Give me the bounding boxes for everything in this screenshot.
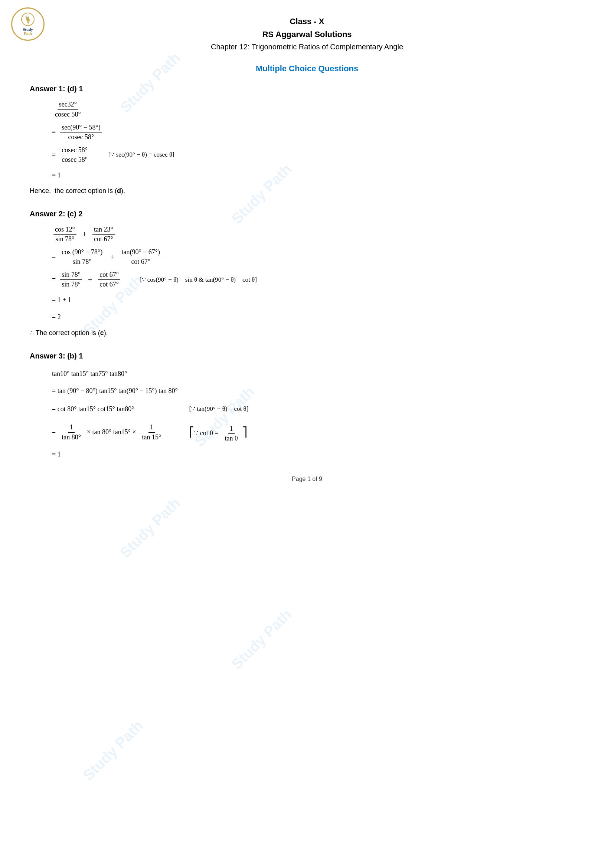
logo-path-text: Path [24,31,32,36]
step-2-3-note: [∵ cos(90° − θ) = sin θ & tan(90° − θ) =… [140,273,257,288]
step-3-2: = tan (90° − 80°) tan15° tan(90° − 15°) … [52,384,584,397]
frac-cot67-cot67: cot 67° cot 67° [98,270,120,289]
answer-3-block: Answer 3: (b) 1 tan10° tan15° tan75° tan… [30,352,584,461]
footer-text: Page 1 of 9 [292,476,322,482]
step-3-3: = cot 80° tan15° cot15° tan80° [∵ tan(90… [52,401,584,417]
frac-tan23-cot67: tan 23° cot 67° [92,225,115,244]
answer-1-math: sec32° cosec 58° = sec(90° − 58°) cosec … [52,100,584,181]
answer-2-heading: Answer 2: (c) 2 [30,210,584,218]
logo-icon [21,12,34,26]
frac-cos90-78-sin78: cos (90° − 78°) sin 78° [60,248,104,267]
answer-2-conclusion: ∴ The correct option is (c). [30,329,584,337]
step-3-4-note-open: ⎡∵ cot θ = 1 tan θ ⎤ [189,421,247,444]
step-2-2: = cos (90° − 78°) sin 78° + tan(90° − 67… [52,248,584,267]
answer-1-conclusion: Hence, the correct option is (d). [30,187,584,195]
section-title: Multiple Choice Questions [30,64,584,73]
page-header: Class - X RS Aggarwal Solutions Chapter … [30,15,584,53]
step-3-4: = 1 tan 80° × tan 80° tan15° × 1 tan 15°… [52,421,584,444]
step-2-5: = 2 [52,310,584,324]
answer-3-math: tan10° tan15° tan75° tan80° = tan (90° −… [52,367,584,461]
step-3-5: = 1 [52,448,584,461]
frac-1-tan15: 1 tan 15° [141,423,163,442]
frac-1-tantheta-note: 1 tan θ [223,424,239,443]
step-1-4: = 1 [52,169,584,182]
step-1-1: sec32° cosec 58° [52,100,584,119]
answer-1-block: Answer 1: (d) 1 sec32° cosec 58° = sec(9… [30,85,584,194]
answer-3-option: : (b) 1 [63,352,83,360]
fraction-sec90-58-cosec58: sec(90° − 58°) cosec 58° [60,123,102,142]
frac-tan90-67-cot67: tan(90° − 67°) cot 67° [120,248,161,267]
step-3-3-note: [∵ tan(90° − θ) = cot θ] [189,401,248,417]
fraction-sec32-cosec58: sec32° cosec 58° [53,100,82,119]
step-2-1: cos 12° sin 78° + tan 23° cot 67° [52,225,584,244]
answer-2-option: : (c) 2 [63,210,82,218]
step-1-3: = cosec 58° cosec 58° [∵ sec(90° − θ) = … [52,146,584,164]
page: Study Path Study Path Study Path Study P… [0,0,614,868]
page-footer: Page 1 of 9 [30,476,584,482]
frac-sin78-sin78: sin 78° sin 78° [60,270,82,289]
watermark-5: Study Path [117,494,184,561]
answer-1-heading: Answer 1: (d) 1 [30,85,584,93]
step-2-4: = 1 + 1 [52,293,584,307]
fraction-cosec58-cosec58: cosec 58° cosec 58° [60,146,89,164]
header-book: RS Aggarwal Solutions [30,28,584,41]
frac-1-tan80: 1 tan 80° [60,423,82,442]
step-2-3: = sin 78° sin 78° + cot 67° cot 67° [∵ c… [52,270,584,289]
svg-marker-2 [27,21,30,24]
answer-1-option: : (d) 1 [63,85,83,93]
step-1-3-note: [∵ sec(90° − θ) = cosec θ] [109,147,174,163]
header-class: Class - X [30,15,584,28]
step-1-2: = sec(90° − 58°) cosec 58° [52,123,584,142]
answer-2-block: Answer 2: (c) 2 cos 12° sin 78° + tan 23… [30,210,584,337]
watermark-6: Study Path [228,606,295,673]
header-chapter: Chapter 12: Trigonometric Ratios of Comp… [30,41,584,53]
frac-cos12-sin78: cos 12° sin 78° [53,225,76,244]
answer-3-heading: Answer 3: (b) 1 [30,352,584,360]
logo: Study Path [11,8,45,41]
watermark-7: Study Path [80,717,147,784]
step-3-1: tan10° tan15° tan75° tan80° [52,367,584,380]
answer-2-math: cos 12° sin 78° + tan 23° cot 67° = cos … [52,225,584,324]
